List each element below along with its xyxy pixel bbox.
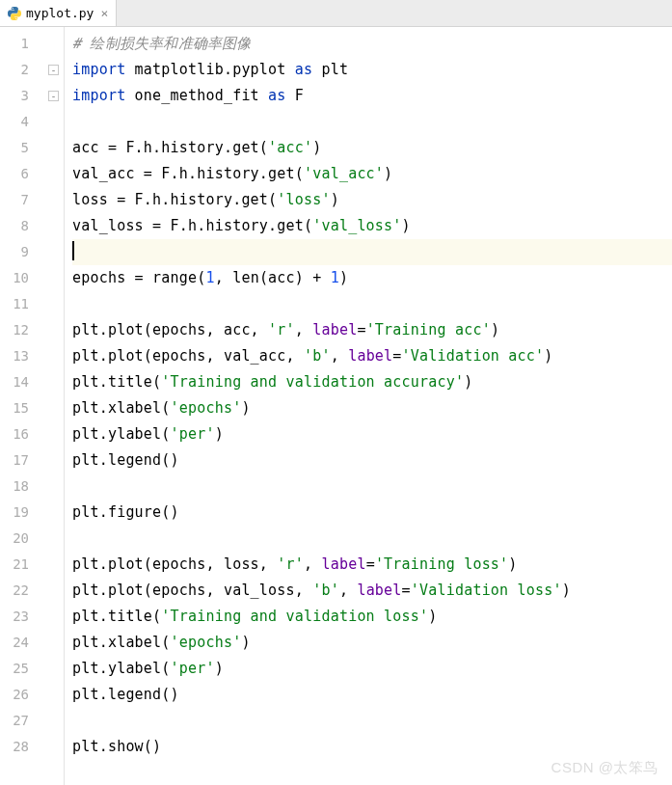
line-number: 17 xyxy=(0,447,46,474)
token: ) xyxy=(312,139,321,156)
token: 1 xyxy=(331,269,339,286)
token: 'r' xyxy=(277,555,304,573)
token: 'epochs' xyxy=(171,399,242,417)
code-line[interactable]: plt.title('Training and validation loss'… xyxy=(72,604,672,630)
code-line[interactable] xyxy=(72,526,672,552)
line-number: 2 xyxy=(0,57,46,83)
code-line[interactable]: plt.figure() xyxy=(72,500,672,526)
code-line[interactable] xyxy=(72,109,672,135)
token: label xyxy=(357,582,401,599)
token: 'b' xyxy=(312,582,339,599)
line-number: 10 xyxy=(0,265,46,291)
close-icon[interactable]: × xyxy=(98,6,110,20)
code-line[interactable]: val_loss = F.h.history.get('val_loss') xyxy=(72,213,672,239)
code-line[interactable]: val_acc = F.h.history.get('val_acc') xyxy=(72,161,672,187)
code-line[interactable]: plt.xlabel('epochs') xyxy=(72,630,672,656)
line-number: 15 xyxy=(0,395,46,421)
code-editor[interactable]: 1234567891011121314151617181920212223242… xyxy=(0,27,672,785)
token: , xyxy=(331,347,348,365)
fold-toggle-icon[interactable]: - xyxy=(48,65,59,75)
code-area[interactable]: # 绘制损失率和准确率图像import matplotlib.pyplot as… xyxy=(64,27,672,785)
token: 'Training acc' xyxy=(366,321,491,338)
line-number: 25 xyxy=(0,656,46,682)
code-line[interactable]: epochs = range(1, len(acc) + 1) xyxy=(72,265,672,291)
token: ) xyxy=(544,347,552,365)
token: ) xyxy=(241,634,250,651)
code-line[interactable]: import one_method_fit as F xyxy=(72,83,672,109)
token: = xyxy=(392,347,401,365)
token: ) xyxy=(464,373,472,391)
line-number: 7 xyxy=(0,187,46,213)
line-number: 16 xyxy=(0,421,46,447)
token: plt.legend() xyxy=(72,686,179,703)
token: ) xyxy=(562,582,571,599)
token: plt.xlabel( xyxy=(72,634,171,651)
line-number: 3 xyxy=(0,83,46,109)
code-line[interactable]: plt.show() xyxy=(72,734,672,760)
line-number: 22 xyxy=(0,578,46,604)
tab-bar: myplot.py × xyxy=(0,0,672,27)
code-line[interactable]: plt.legend() xyxy=(72,447,672,474)
token: , xyxy=(304,555,321,573)
code-line[interactable]: plt.plot(epochs, val_loss, 'b', label='V… xyxy=(72,578,672,604)
token: ) xyxy=(402,217,411,234)
token: 'Training and validation accuracy' xyxy=(161,373,464,391)
line-number: 18 xyxy=(0,474,46,500)
token: 'Validation loss' xyxy=(411,582,562,599)
code-line[interactable]: loss = F.h.history.get('loss') xyxy=(72,187,672,213)
token: import xyxy=(72,87,125,104)
code-line[interactable]: import matplotlib.pyplot as plt xyxy=(72,57,672,83)
line-number: 11 xyxy=(0,291,46,317)
tab-filename: myplot.py xyxy=(26,6,94,20)
token: , xyxy=(295,321,312,338)
token: = xyxy=(357,321,365,338)
token: 'per' xyxy=(171,660,215,677)
token: , xyxy=(339,582,357,599)
code-line[interactable] xyxy=(72,474,672,500)
line-number: 4 xyxy=(0,109,46,135)
code-line[interactable]: plt.ylabel('per') xyxy=(72,421,672,447)
line-number: 21 xyxy=(0,552,46,578)
line-number: 12 xyxy=(0,317,46,343)
token: plt.title( xyxy=(72,608,161,625)
token: val_loss = F.h.history.get( xyxy=(72,217,312,234)
code-line[interactable] xyxy=(72,291,672,317)
token: plt.title( xyxy=(72,373,161,391)
token: label xyxy=(321,555,365,573)
code-line[interactable]: plt.plot(epochs, acc, 'r', label='Traini… xyxy=(72,317,672,343)
fold-toggle-icon[interactable]: - xyxy=(48,91,59,101)
token: plt.plot(epochs, val_acc, xyxy=(72,347,304,365)
token: range xyxy=(152,269,197,286)
token: 'Training and validation loss' xyxy=(161,608,428,625)
code-line[interactable]: plt.plot(epochs, val_acc, 'b', label='Va… xyxy=(72,343,672,369)
code-line[interactable]: plt.title('Training and validation accur… xyxy=(72,369,672,395)
code-line[interactable]: plt.plot(epochs, loss, 'r', label='Train… xyxy=(72,552,672,578)
code-line[interactable]: # 绘制损失率和准确率图像 xyxy=(72,31,672,57)
code-line[interactable]: acc = F.h.history.get('acc') xyxy=(72,135,672,161)
code-line[interactable]: plt.xlabel('epochs') xyxy=(72,395,672,421)
token: = xyxy=(366,555,375,573)
token: 'acc' xyxy=(268,139,312,156)
line-number: 20 xyxy=(0,526,46,552)
token: # 绘制损失率和准确率图像 xyxy=(72,35,252,52)
token: (acc) + xyxy=(259,269,331,286)
token: one_method_fit xyxy=(125,87,268,104)
python-file-icon xyxy=(8,7,21,20)
token: as xyxy=(268,87,285,104)
code-line[interactable] xyxy=(72,239,672,265)
file-tab[interactable]: myplot.py × xyxy=(0,0,117,26)
token: plt.plot(epochs, loss, xyxy=(72,555,277,573)
token: 'val_loss' xyxy=(312,217,401,234)
line-number: 14 xyxy=(0,369,46,395)
code-line[interactable] xyxy=(72,708,672,734)
code-line[interactable]: plt.legend() xyxy=(72,682,672,708)
line-number: 1 xyxy=(0,31,46,57)
watermark: CSDN @太笨鸟 xyxy=(551,759,659,777)
token: val_acc = F.h.history.get( xyxy=(72,165,304,182)
token: F xyxy=(286,87,304,104)
token: ) xyxy=(428,608,437,625)
line-number: 24 xyxy=(0,630,46,656)
token: plt.legend() xyxy=(72,451,179,469)
token: label xyxy=(348,347,392,365)
code-line[interactable]: plt.ylabel('per') xyxy=(72,656,672,682)
